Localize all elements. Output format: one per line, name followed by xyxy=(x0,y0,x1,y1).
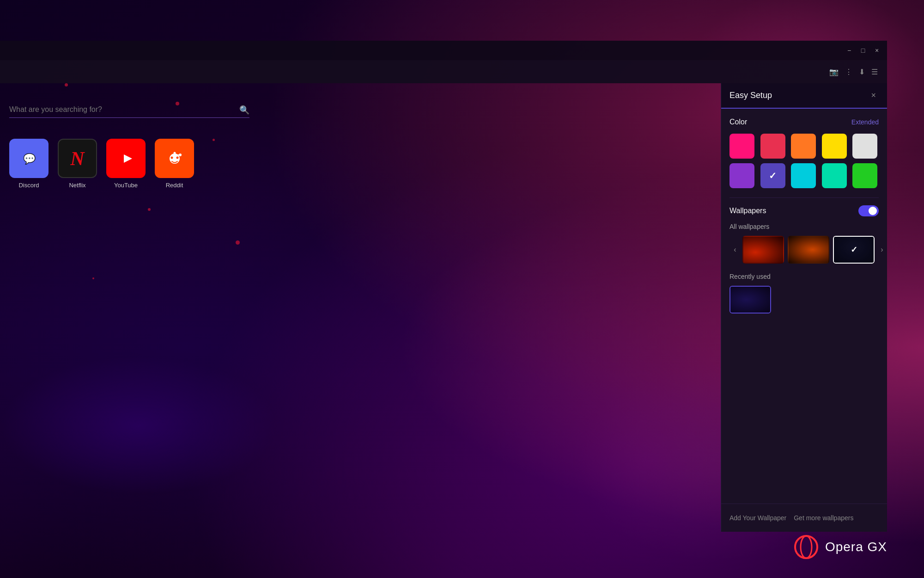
add-wallpaper-button[interactable]: Add Your Wallpaper xyxy=(729,511,786,524)
svg-point-5 xyxy=(176,156,178,159)
all-wallpapers-label: All wallpapers xyxy=(729,223,879,230)
browser-window: − □ × 📷 ⋮ ⬇ ☰ 🔍 💬 xyxy=(0,41,887,532)
wallpaper-thumb-1[interactable] xyxy=(742,236,784,264)
speed-dial-item-reddit[interactable]: Reddit xyxy=(155,139,194,189)
svg-point-8 xyxy=(179,154,182,156)
color-swatch-orange[interactable] xyxy=(791,134,816,159)
panel-close-button[interactable]: × xyxy=(868,90,879,101)
wallpaper-strip: ‹ ✓ xyxy=(729,236,879,264)
speed-dial: 💬 Discord N Netflix YouTube xyxy=(9,139,194,189)
color-swatch-cyan[interactable] xyxy=(791,163,816,188)
recent-wallpaper-1[interactable] xyxy=(729,286,771,314)
speed-dial-item-netflix[interactable]: N Netflix xyxy=(58,139,97,189)
wallpaper-thumbnails: ✓ xyxy=(742,236,875,264)
netflix-icon: N xyxy=(58,139,97,178)
wallpapers-header: Wallpapers xyxy=(729,205,879,216)
easy-setup-panel: Easy Setup × Color Extended xyxy=(721,83,887,532)
section-divider xyxy=(729,197,879,198)
color-swatch-pink[interactable] xyxy=(729,134,754,159)
speed-dial-item-discord[interactable]: 💬 Discord xyxy=(9,139,49,189)
netflix-label: Netflix xyxy=(69,182,85,189)
menu-icon[interactable]: ☰ xyxy=(871,68,878,76)
color-grid xyxy=(729,134,879,188)
color-swatch-teal[interactable] xyxy=(822,163,847,188)
opera-gx-logo: Opera GX xyxy=(794,535,887,560)
color-swatch-red[interactable] xyxy=(760,134,785,159)
color-swatch-blue-purple[interactable] xyxy=(760,163,785,188)
panel-header: Easy Setup × xyxy=(721,83,887,109)
opera-gx-name: Opera GX xyxy=(825,540,887,554)
panel-title: Easy Setup xyxy=(729,91,772,100)
svg-marker-2 xyxy=(124,154,132,163)
extended-link[interactable]: Extended xyxy=(851,118,879,126)
wavy-decoration xyxy=(0,356,277,495)
speed-dial-item-youtube[interactable]: YouTube xyxy=(106,139,146,189)
color-section-header: Color Extended xyxy=(729,118,879,126)
discord-icon: 💬 xyxy=(9,139,49,178)
wallpaper-next-button[interactable]: › xyxy=(876,244,887,255)
opera-ring-icon xyxy=(794,535,819,560)
svg-point-11 xyxy=(801,536,812,558)
svg-point-6 xyxy=(173,152,176,154)
wallpapers-toggle[interactable] xyxy=(858,205,879,216)
maximize-button[interactable]: □ xyxy=(857,44,869,57)
toolbar: 📷 ⋮ ⬇ ☰ xyxy=(0,60,887,83)
wallpaper-thumb-2[interactable] xyxy=(788,236,829,264)
content-area: 🔍 💬 Discord N Netflix xyxy=(0,83,887,532)
recently-used-label: Recently used xyxy=(729,273,879,280)
discord-label: Discord xyxy=(18,182,39,189)
color-swatch-white[interactable] xyxy=(852,134,877,159)
get-more-wallpapers-button[interactable]: Get more wallpapers xyxy=(794,511,853,524)
panel-body: Color Extended xyxy=(721,109,887,504)
color-swatch-green[interactable] xyxy=(852,163,877,188)
minimize-button[interactable]: − xyxy=(843,44,856,57)
svg-point-4 xyxy=(170,156,173,159)
reddit-icon xyxy=(155,139,194,178)
download-icon[interactable]: ⬇ xyxy=(859,68,865,76)
recently-used-thumbs xyxy=(729,286,879,314)
wallpaper-prev-button[interactable]: ‹ xyxy=(729,244,741,255)
search-bar: 🔍 xyxy=(9,102,249,118)
search-icon: 🔍 xyxy=(239,105,249,115)
youtube-icon xyxy=(106,139,146,178)
wallpapers-label: Wallpapers xyxy=(729,207,766,215)
panel-actions: Add Your Wallpaper Get more wallpapers xyxy=(721,504,887,532)
wallpaper-thumb-3[interactable]: ✓ xyxy=(833,236,875,264)
more-options-icon[interactable]: ⋮ xyxy=(845,68,852,76)
color-swatch-yellow[interactable] xyxy=(822,134,847,159)
svg-point-10 xyxy=(795,536,817,558)
camera-icon[interactable]: 📷 xyxy=(829,68,839,76)
close-button[interactable]: × xyxy=(870,44,883,57)
svg-text:💬: 💬 xyxy=(23,153,36,165)
reddit-label: Reddit xyxy=(166,182,183,189)
youtube-label: YouTube xyxy=(114,182,138,189)
title-bar: − □ × xyxy=(0,41,887,60)
search-input[interactable] xyxy=(9,102,249,118)
color-label: Color xyxy=(729,118,747,126)
color-swatch-purple[interactable] xyxy=(729,163,754,188)
